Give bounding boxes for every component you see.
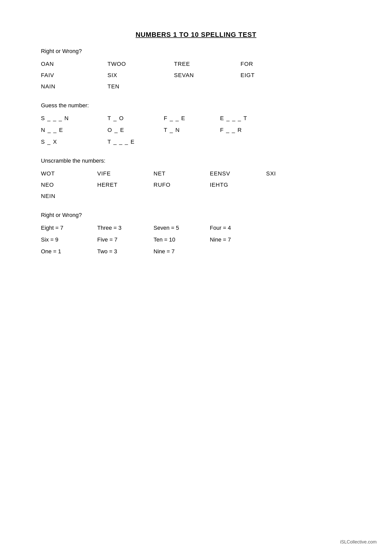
list-item: T _ O: [107, 115, 164, 122]
list-item: RUFO: [154, 182, 210, 188]
list-item: Ten = 10: [154, 236, 210, 243]
list-item: TREE: [174, 61, 241, 67]
list-item: N _ _ E: [41, 127, 107, 133]
list-item: Eight = 7: [41, 225, 97, 231]
list-item: T _ _ _ E: [107, 139, 164, 145]
list-item: TWOO: [107, 61, 174, 67]
list-item: [266, 182, 322, 188]
list-item: S _ X: [41, 139, 107, 145]
list-item: Four = 4: [210, 225, 266, 231]
page-title: NUMBERS 1 TO 10 SPELLING TEST: [41, 31, 351, 39]
section4-grid: Eight = 7 Three = 3 Seven = 5 Four = 4 S…: [41, 225, 351, 255]
list-item: FOR: [241, 61, 307, 67]
list-item: VIFE: [97, 170, 154, 177]
section2-label: Guess the number:: [41, 102, 351, 109]
list-item: NAIN: [41, 83, 107, 90]
list-item: SEVAN: [174, 72, 241, 79]
list-item: HERET: [97, 182, 154, 188]
list-item: TEN: [107, 83, 174, 90]
list-item: OAN: [41, 61, 107, 67]
list-item: Five = 7: [97, 236, 154, 243]
list-item: F _ _ E: [164, 115, 220, 122]
section3-label: Unscramble the numbers:: [41, 158, 351, 164]
list-item: EIGT: [241, 72, 307, 79]
section-unscramble: Unscramble the numbers: WOT VIFE NET EEN…: [41, 158, 351, 200]
section-right-or-wrong-numbers: Right or Wrong? Eight = 7 Three = 3 Seve…: [41, 212, 351, 255]
section1-label: Right or Wrong?: [41, 48, 351, 55]
list-item: Six = 9: [41, 236, 97, 243]
section3-word-grid: WOT VIFE NET EENSV SXI NEO HERET RUFO IE…: [41, 170, 351, 200]
list-item: T _ N: [164, 127, 220, 133]
list-item: Three = 3: [97, 225, 154, 231]
section1-word-grid: OAN TWOO TREE FOR FAIV SIX SEVAN EIGT NA…: [41, 61, 351, 90]
list-item: E _ _ _ T: [220, 115, 287, 122]
section2-guess-grid: S _ _ _ N T _ O F _ _ E E _ _ _ T N _ _ …: [41, 115, 351, 145]
list-item: SIX: [107, 72, 174, 79]
section-guess-number: Guess the number: S _ _ _ N T _ O F _ _ …: [41, 102, 351, 145]
list-item: FAIV: [41, 72, 107, 79]
list-item: One = 1: [41, 248, 97, 255]
list-item: NEIN: [41, 193, 97, 200]
list-item: Nine = 7: [154, 248, 210, 255]
list-item: Two = 3: [97, 248, 154, 255]
list-item: Seven = 5: [154, 225, 210, 231]
section-right-or-wrong-spelling: Right or Wrong? OAN TWOO TREE FOR FAIV S…: [41, 48, 351, 90]
list-item: F _ _ R: [220, 127, 287, 133]
list-item: Nine = 7: [210, 236, 266, 243]
list-item: O _ E: [107, 127, 164, 133]
list-item: NET: [154, 170, 210, 177]
list-item: EENSV: [210, 170, 266, 177]
list-item: SXI: [266, 170, 322, 177]
footer-brand: iSLCollective.com: [340, 539, 377, 545]
section4-label: Right or Wrong?: [41, 212, 351, 218]
list-item: S _ _ _ N: [41, 115, 107, 122]
list-item: WOT: [41, 170, 97, 177]
list-item: IEHTG: [210, 182, 266, 188]
list-item: NEO: [41, 182, 97, 188]
